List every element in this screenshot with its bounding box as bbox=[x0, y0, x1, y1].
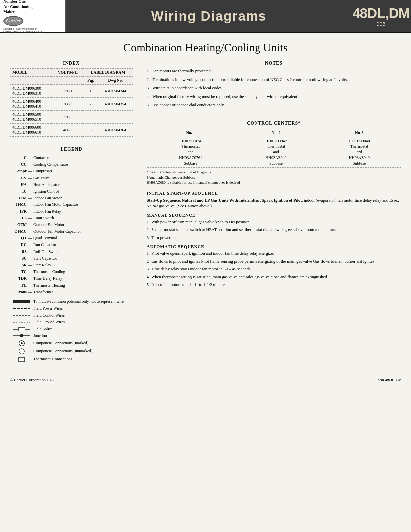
legend-dash: — bbox=[28, 262, 32, 268]
list-item: 2Gas flows to pilot and ignites Pilot fl… bbox=[147, 259, 401, 265]
legend-abbr: IC bbox=[10, 188, 27, 195]
legend-desc: Roll-Out Switch bbox=[33, 249, 133, 255]
legend-desc: Compressor bbox=[33, 168, 133, 174]
symbol-conn-marked: Component Connections (marked) bbox=[10, 340, 133, 347]
legend-abbr: LS bbox=[10, 215, 27, 221]
symbol-field-splice-label: Field Splice bbox=[33, 326, 52, 332]
cc-col-1: No. 1 bbox=[147, 129, 235, 137]
legend-abbr: TH bbox=[10, 282, 27, 289]
svg-rect-4 bbox=[18, 328, 25, 331]
symbol-field-control-label: Field Control Wires bbox=[33, 313, 65, 318]
list-item: 5Indoor fan motor stops in 1- to 1-1/2 m… bbox=[147, 282, 401, 288]
list-item: 3Turn power on. bbox=[147, 235, 401, 241]
field-ground-icon bbox=[10, 321, 30, 324]
legend-abbr: IFR bbox=[10, 208, 27, 215]
division-text: Division of Carrier Corporation Carrier … bbox=[3, 27, 62, 33]
legend-desc: Outdoor Fan Motor Capacitor bbox=[33, 228, 133, 235]
legend-dash: — bbox=[28, 201, 32, 208]
index-table: MODEL VOLTS/PH LABEL DIAGRAM Fig. Dwg No… bbox=[10, 68, 133, 137]
legend-abbr: GV bbox=[10, 175, 27, 181]
symbol-field-control: Field Control Wires bbox=[10, 313, 133, 318]
index-fig bbox=[83, 111, 98, 124]
list-item: 2Set thermostat selector switch at HEAT … bbox=[147, 227, 401, 233]
index-fig: 2 bbox=[83, 98, 98, 111]
page-title: Wiring Diagrams bbox=[151, 9, 266, 24]
field-control-icon bbox=[10, 314, 30, 317]
model-number: 48DL,DM bbox=[353, 5, 410, 21]
index-dwg: 48DL504344 bbox=[98, 85, 133, 98]
legend-desc: Thermostat Cooling bbox=[33, 269, 133, 275]
conn-unmarked-icon bbox=[10, 348, 30, 355]
legend-desc: Run Capacitor bbox=[33, 242, 133, 248]
index-dwg bbox=[98, 111, 133, 124]
symbol-thermostat-conn: Thermostat Connections bbox=[10, 356, 133, 363]
cc-table: No. 1 No. 2 No. 3 HH07AT074Thermostatand… bbox=[147, 129, 401, 168]
list-item: 3.Wire units in accordance with local co… bbox=[147, 85, 401, 91]
startup-intro: Start-Up Sequence, Natural and LP Gas Un… bbox=[147, 198, 401, 209]
legend-title: LEGEND bbox=[10, 147, 133, 152]
index-dwg: 48DL504364 bbox=[98, 124, 133, 137]
index-fig: 1 bbox=[83, 85, 98, 98]
startup-section: INITIAL START-UP SEQUENCE Start-Up Seque… bbox=[147, 191, 401, 288]
field-power-icon bbox=[10, 307, 30, 310]
legend-abbr: OFM bbox=[10, 222, 27, 228]
cc-col-2: No. 2 bbox=[235, 129, 318, 137]
list-item: 4.When original factory wiring must be r… bbox=[147, 94, 401, 100]
symbol-conn-unmarked: Component Connections (unmarked) bbox=[10, 348, 133, 355]
legend-dash: — bbox=[28, 269, 32, 275]
symbol-thermostat-conn-label: Thermostat Connections bbox=[33, 356, 72, 362]
legend-section: LEGEND C—ContactorCC—Cooling Compensator… bbox=[10, 147, 133, 363]
header: Number One Air Conditioning Maker Carrie… bbox=[0, 0, 411, 33]
legend-abbr: CC bbox=[10, 161, 27, 168]
table-row: 48DL,DM00640048DL,DM006410 208/3 2 48DL5… bbox=[10, 98, 133, 111]
copyright: © Carrier Corporation 1977 bbox=[10, 378, 54, 383]
legend-dash: — bbox=[28, 182, 32, 188]
legend-desc: Indoor Fan Relay bbox=[33, 208, 133, 215]
legend-abbr: SR bbox=[10, 262, 27, 268]
legend-abbr: SC bbox=[10, 255, 27, 262]
notes-title: NOTES bbox=[147, 61, 401, 66]
legend-desc: Ignition Control bbox=[33, 188, 133, 195]
col-volts: VOLTS/PH bbox=[52, 69, 83, 77]
field-splice-icon bbox=[10, 327, 30, 332]
symbol-conn-marked-label: Component Connections (marked) bbox=[33, 340, 88, 346]
company-name: Number One Air Conditioning Maker bbox=[3, 0, 62, 15]
legend-dash: — bbox=[28, 289, 32, 295]
index-title: INDEX bbox=[10, 61, 133, 66]
index-model: 48DL,DM00650048DL,DM006510 bbox=[10, 111, 52, 124]
legend-abbr: RC bbox=[10, 242, 27, 248]
notes-section: NOTES 1.Fan motors are thermally protect… bbox=[147, 61, 401, 108]
legend-dash: — bbox=[28, 228, 32, 235]
symbol-junction: Junction bbox=[10, 333, 133, 339]
manual-steps: 1With power off turn manual gas valve kn… bbox=[147, 219, 401, 241]
list-item: 5.Use copper or copper-clad conductors o… bbox=[147, 102, 401, 108]
manual-sequence-title: MANUAL SEQUENCE bbox=[147, 213, 401, 218]
legend-abbr: OFMC bbox=[10, 228, 27, 235]
legend-dash: — bbox=[28, 155, 32, 161]
cc-cell: HH01AD040ThermostatandHH93AZ040Subbase bbox=[318, 137, 401, 168]
legend-dash: — bbox=[28, 195, 32, 201]
legend-desc: Outdoor Fan Motor bbox=[33, 222, 133, 228]
list-item: 1With power off turn manual gas valve kn… bbox=[147, 219, 401, 225]
cc-footnote: *Control Centers shown on Label Diagrams… bbox=[147, 170, 401, 185]
cc-cell: HH07AT074ThermostatandHH93AZ0761Subbase bbox=[147, 137, 235, 168]
table-row: 48DL,DM00660048DL,DM006610 460/3 3 48DL5… bbox=[10, 124, 133, 137]
symbol-junction-label: Junction bbox=[33, 333, 47, 339]
legend-dash: — bbox=[28, 175, 32, 181]
svg-point-7 bbox=[20, 334, 23, 337]
cc-cell: HH01AD042ThermostatandHH93AZ042Subbase bbox=[235, 137, 318, 168]
legend-dash: — bbox=[28, 222, 32, 228]
index-model: 48DL,DM00660048DL,DM006610 bbox=[10, 124, 52, 137]
svg-point-9 bbox=[21, 342, 23, 344]
legend-dash: — bbox=[28, 282, 32, 289]
symbol-field-ground: Field Ground Wires bbox=[10, 319, 133, 325]
solid-rect-icon bbox=[10, 300, 30, 303]
form-number: Form 48DL 1W bbox=[375, 378, 401, 383]
index-model: 48DL,DM00640048DL,DM006410 bbox=[10, 98, 52, 111]
col-label-diagram: LABEL DIAGRAM bbox=[83, 69, 133, 77]
svg-point-10 bbox=[19, 349, 24, 354]
legend-dash: — bbox=[28, 161, 32, 168]
legend-desc: Contactor bbox=[33, 155, 133, 161]
footer: © Carrier Corporation 1977 Form 48DL 1W bbox=[0, 374, 411, 386]
legend-dash: — bbox=[28, 255, 32, 262]
